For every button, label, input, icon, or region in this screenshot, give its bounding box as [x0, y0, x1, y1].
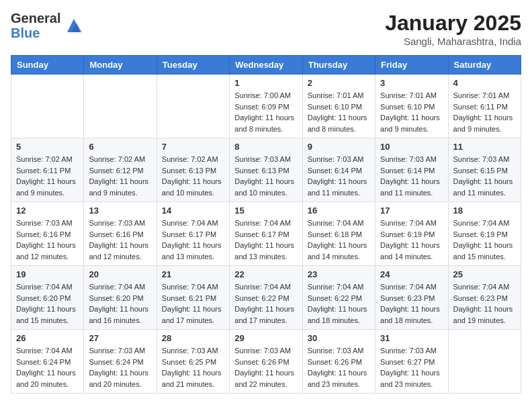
sunset-text: Sunset: 6:17 PM: [162, 230, 216, 238]
calendar-cell: 4 Sunrise: 7:01 AM Sunset: 6:11 PM Dayli…: [448, 75, 521, 138]
sunset-text: Sunset: 6:19 PM: [380, 230, 435, 238]
day-info: Sunrise: 7:02 AM Sunset: 6:12 PM Dayligh…: [89, 154, 151, 198]
calendar-cell: 7 Sunrise: 7:02 AM Sunset: 6:13 PM Dayli…: [157, 138, 229, 202]
calendar-cell: 3 Sunrise: 7:01 AM Sunset: 6:10 PM Dayli…: [375, 75, 448, 138]
daylight-text: Daylight: 11 hours and 17 minutes.: [234, 305, 294, 324]
day-info: Sunrise: 7:00 AM Sunset: 6:09 PM Dayligh…: [234, 90, 297, 134]
day-info: Sunrise: 7:04 AM Sunset: 6:22 PM Dayligh…: [234, 281, 297, 326]
sunrise-text: Sunrise: 7:00 AM: [234, 91, 291, 99]
sunrise-text: Sunrise: 7:04 AM: [16, 283, 73, 291]
day-info: Sunrise: 7:04 AM Sunset: 6:19 PM Dayligh…: [453, 218, 516, 262]
day-info: Sunrise: 7:04 AM Sunset: 6:22 PM Dayligh…: [308, 281, 370, 326]
calendar-cell: 9 Sunrise: 7:03 AM Sunset: 6:14 PM Dayli…: [302, 138, 375, 202]
calendar-cell: 20 Sunrise: 7:04 AM Sunset: 6:20 PM Dayl…: [84, 266, 157, 330]
calendar-cell: 30 Sunrise: 7:03 AM Sunset: 6:26 PM Dayl…: [302, 330, 375, 394]
sunset-text: Sunset: 6:10 PM: [308, 103, 362, 111]
calendar-cell: 13 Sunrise: 7:03 AM Sunset: 6:16 PM Dayl…: [84, 202, 157, 266]
day-info: Sunrise: 7:03 AM Sunset: 6:27 PM Dayligh…: [380, 345, 443, 390]
calendar-week-row: 26 Sunrise: 7:04 AM Sunset: 6:24 PM Dayl…: [11, 330, 521, 394]
sunset-text: Sunset: 6:19 PM: [453, 230, 508, 238]
sunrise-text: Sunrise: 7:04 AM: [162, 283, 218, 291]
calendar-cell: [11, 75, 84, 138]
day-number: 25: [453, 269, 516, 279]
day-info: Sunrise: 7:04 AM Sunset: 6:17 PM Dayligh…: [234, 218, 297, 262]
sunrise-text: Sunrise: 7:03 AM: [234, 155, 291, 163]
calendar-day-header: Saturday: [448, 56, 521, 75]
daylight-text: Daylight: 11 hours and 18 minutes.: [308, 305, 367, 324]
sunset-text: Sunset: 6:14 PM: [308, 167, 362, 175]
calendar-cell: [157, 75, 229, 138]
sunrise-text: Sunrise: 7:04 AM: [16, 347, 73, 355]
day-number: 30: [308, 333, 370, 343]
sunrise-text: Sunrise: 7:02 AM: [162, 155, 218, 163]
day-number: 23: [308, 269, 370, 279]
sunset-text: Sunset: 6:09 PM: [234, 103, 289, 111]
day-number: 22: [234, 269, 297, 279]
day-number: 4: [453, 78, 516, 88]
day-number: 19: [16, 269, 79, 279]
daylight-text: Daylight: 11 hours and 10 minutes.: [234, 177, 294, 197]
day-info: Sunrise: 7:04 AM Sunset: 6:23 PM Dayligh…: [380, 281, 443, 326]
sunrise-text: Sunrise: 7:03 AM: [453, 155, 510, 163]
calendar-cell: 11 Sunrise: 7:03 AM Sunset: 6:15 PM Dayl…: [448, 138, 521, 202]
sunrise-text: Sunrise: 7:01 AM: [380, 91, 437, 99]
daylight-text: Daylight: 11 hours and 16 minutes.: [89, 305, 148, 324]
calendar-cell: 23 Sunrise: 7:04 AM Sunset: 6:22 PM Dayl…: [302, 266, 375, 330]
sunrise-text: Sunrise: 7:03 AM: [162, 347, 218, 355]
calendar-week-row: 19 Sunrise: 7:04 AM Sunset: 6:20 PM Dayl…: [11, 266, 521, 330]
daylight-text: Daylight: 11 hours and 9 minutes.: [16, 177, 76, 197]
sunrise-text: Sunrise: 7:04 AM: [234, 219, 291, 227]
sunrise-text: Sunrise: 7:04 AM: [380, 283, 437, 291]
day-number: 15: [234, 205, 297, 216]
sunset-text: Sunset: 6:27 PM: [380, 358, 435, 366]
day-number: 24: [380, 269, 443, 279]
day-info: Sunrise: 7:03 AM Sunset: 6:14 PM Dayligh…: [308, 154, 370, 198]
sunrise-text: Sunrise: 7:03 AM: [234, 347, 291, 355]
sunset-text: Sunset: 6:15 PM: [453, 167, 508, 175]
daylight-text: Daylight: 11 hours and 13 minutes.: [162, 241, 222, 261]
day-info: Sunrise: 7:03 AM Sunset: 6:26 PM Dayligh…: [308, 345, 370, 390]
sunset-text: Sunset: 6:26 PM: [308, 358, 362, 366]
daylight-text: Daylight: 11 hours and 19 minutes.: [453, 305, 513, 324]
sunrise-text: Sunrise: 7:03 AM: [308, 347, 364, 355]
sunset-text: Sunset: 6:23 PM: [380, 294, 435, 302]
day-number: 12: [16, 205, 79, 216]
daylight-text: Daylight: 11 hours and 15 minutes.: [16, 305, 76, 324]
day-info: Sunrise: 7:03 AM Sunset: 6:16 PM Dayligh…: [89, 218, 151, 262]
day-info: Sunrise: 7:02 AM Sunset: 6:13 PM Dayligh…: [162, 154, 224, 198]
calendar-cell: 21 Sunrise: 7:04 AM Sunset: 6:21 PM Dayl…: [157, 266, 229, 330]
calendar-cell: 6 Sunrise: 7:02 AM Sunset: 6:12 PM Dayli…: [84, 138, 157, 202]
day-number: 20: [89, 269, 151, 279]
sunset-text: Sunset: 6:14 PM: [380, 167, 435, 175]
calendar-cell: 5 Sunrise: 7:02 AM Sunset: 6:11 PM Dayli…: [11, 138, 84, 202]
calendar-week-row: 5 Sunrise: 7:02 AM Sunset: 6:11 PM Dayli…: [11, 138, 521, 202]
calendar-cell: 17 Sunrise: 7:04 AM Sunset: 6:19 PM Dayl…: [375, 202, 448, 266]
sunrise-text: Sunrise: 7:01 AM: [453, 91, 510, 99]
day-number: 5: [16, 142, 79, 152]
calendar-cell: 27 Sunrise: 7:03 AM Sunset: 6:24 PM Dayl…: [84, 330, 157, 394]
sunrise-text: Sunrise: 7:02 AM: [89, 155, 145, 163]
daylight-text: Daylight: 11 hours and 23 minutes.: [308, 369, 367, 388]
day-number: 2: [308, 78, 370, 88]
calendar-cell: 29 Sunrise: 7:03 AM Sunset: 6:26 PM Dayl…: [230, 330, 302, 394]
calendar-cell: 28 Sunrise: 7:03 AM Sunset: 6:25 PM Dayl…: [157, 330, 229, 394]
sunset-text: Sunset: 6:20 PM: [16, 294, 71, 302]
daylight-text: Daylight: 11 hours and 8 minutes.: [234, 113, 294, 133]
calendar-cell: 16 Sunrise: 7:04 AM Sunset: 6:18 PM Dayl…: [302, 202, 375, 266]
calendar-cell: 25 Sunrise: 7:04 AM Sunset: 6:23 PM Dayl…: [448, 266, 521, 330]
logo-icon: [63, 15, 85, 36]
daylight-text: Daylight: 11 hours and 14 minutes.: [308, 241, 367, 261]
day-number: 17: [380, 205, 443, 216]
calendar-cell: 22 Sunrise: 7:04 AM Sunset: 6:22 PM Dayl…: [230, 266, 302, 330]
sunrise-text: Sunrise: 7:03 AM: [16, 219, 73, 227]
sunrise-text: Sunrise: 7:04 AM: [453, 283, 510, 291]
calendar-cell: [84, 75, 157, 138]
sunrise-text: Sunrise: 7:04 AM: [380, 219, 437, 227]
calendar-cell: 15 Sunrise: 7:04 AM Sunset: 6:17 PM Dayl…: [230, 202, 302, 266]
day-info: Sunrise: 7:01 AM Sunset: 6:10 PM Dayligh…: [308, 90, 370, 134]
sunset-text: Sunset: 6:11 PM: [453, 103, 508, 111]
day-info: Sunrise: 7:03 AM Sunset: 6:15 PM Dayligh…: [453, 154, 516, 198]
sunrise-text: Sunrise: 7:04 AM: [89, 283, 145, 291]
sunset-text: Sunset: 6:18 PM: [308, 230, 362, 238]
day-number: 7: [162, 142, 224, 152]
